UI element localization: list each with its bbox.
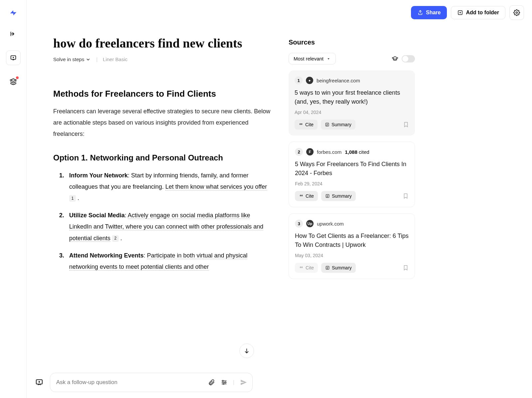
add-to-folder-button[interactable]: Add to folder [451,6,505,19]
divider: | [96,56,97,62]
summary-button[interactable]: Summary [321,120,355,130]
attach-button[interactable] [208,379,215,386]
mode-selector[interactable]: Solve in steps [53,56,91,62]
page-title: how do freelancers find new clients [53,36,273,50]
source-title: How To Get Clients as a Freelancer: 6 Ti… [295,232,409,249]
svg-point-8 [225,382,226,383]
cited-count: 1,088 cited [345,149,369,155]
article: how do freelancers find new clients Solv… [53,23,273,398]
bookmark-button[interactable] [403,122,409,128]
intro-paragraph: Freelancers can leverage several effecti… [53,106,273,140]
source-date: Feb 29, 2024 [295,181,409,186]
source-card[interactable]: 3 Up upwork.com How To Get Clients as a … [289,213,415,279]
source-title: 5 ways to win your first freelance clien… [295,88,409,106]
cite-button[interactable]: Cite [295,120,318,130]
cite-button[interactable]: Cite [295,191,318,201]
sources-panel: Sources Most relevant 1 ● beingfreelance… [289,23,415,398]
academic-toggle[interactable] [402,55,415,62]
source-index: 2 [295,148,303,156]
citation-chip[interactable]: 1 [69,195,76,202]
library-button[interactable] [6,74,21,89]
favicon-icon: Up [306,220,314,227]
new-thread-button[interactable] [33,376,45,388]
option-heading: Option 1. Networking and Personal Outrea… [53,153,273,162]
sort-dropdown[interactable]: Most relevant [289,53,336,64]
share-label: Share [426,10,441,16]
source-domain: upwork.com [317,221,344,227]
bookmark-button[interactable] [403,193,409,199]
list-item: Inform Your Network: Start by informing … [59,170,273,204]
follow-up-composer: | [50,373,253,392]
add-folder-label: Add to folder [466,10,499,16]
send-button[interactable] [240,378,248,386]
expand-sidebar-button[interactable] [6,27,21,41]
source-date: May 03, 2024 [295,253,409,258]
source-date: Apr 04, 2024 [295,110,409,115]
sources-heading: Sources [289,39,415,46]
tune-button[interactable] [220,379,228,386]
caret-down-icon [326,56,331,61]
citation-chip[interactable]: 2 [112,235,119,242]
summary-button[interactable]: Summary [321,263,356,273]
plan-label: Liner Basic [103,56,127,62]
summary-button[interactable]: Summary [321,191,356,201]
follow-up-input[interactable] [55,376,204,389]
app-logo[interactable] [9,8,18,17]
steps-list: Inform Your Network: Start by informing … [53,170,273,273]
section-heading: Methods for Freelancers to Find Clients [53,89,273,99]
article-meta: Solve in steps | Liner Basic [53,56,273,62]
favicon-icon: F [306,148,314,155]
new-note-button[interactable] [6,50,21,65]
scroll-down-button[interactable] [239,344,254,358]
svg-point-9 [223,383,224,385]
share-button[interactable]: Share [411,6,447,19]
notification-dot-icon [16,76,19,79]
academic-cap-icon [392,55,398,62]
source-domain: forbes.com [317,149,341,155]
source-title: 5 Ways For Freelancers To Find Clients I… [295,160,409,178]
source-card[interactable]: 2 F forbes.com 1,088 cited 5 Ways For Fr… [289,142,415,207]
list-item: Attend Networking Events: Participate in… [59,250,273,272]
favicon-icon: ● [306,77,313,84]
left-sidebar [0,0,27,398]
svg-point-7 [222,380,223,382]
source-domain: beingfreelance.com [317,78,360,83]
source-index: 3 [295,220,303,228]
chevron-down-icon [85,57,91,62]
source-index: 1 [295,76,303,84]
list-item: Utilize Social Media: Actively engage on… [59,210,273,244]
top-bar: Share Add to folder [27,0,532,23]
bookmark-button[interactable] [403,265,409,271]
source-card[interactable]: 1 ● beingfreelance.com 5 ways to win you… [289,70,415,136]
cite-button: Cite [295,263,318,273]
settings-button[interactable] [509,5,524,20]
svg-point-2 [516,12,518,14]
